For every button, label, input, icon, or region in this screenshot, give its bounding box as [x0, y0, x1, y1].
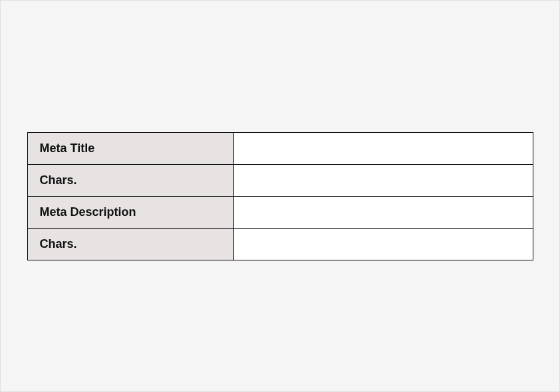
meta-description-chars-label: Chars.: [27, 228, 233, 260]
meta-description-chars-value: [233, 228, 533, 260]
table-row: Meta Description: [27, 196, 533, 228]
meta-table-container: Meta Title Chars. Meta Description Chars…: [27, 132, 533, 260]
meta-title-chars-value: [233, 164, 533, 196]
meta-description-value: [233, 196, 533, 228]
table-row: Meta Title: [27, 132, 533, 164]
table-row: Chars.: [27, 164, 533, 196]
meta-description-label: Meta Description: [27, 196, 233, 228]
table-row: Chars.: [27, 228, 533, 260]
meta-title-label: Meta Title: [27, 132, 233, 164]
meta-title-chars-label: Chars.: [27, 164, 233, 196]
meta-table: Meta Title Chars. Meta Description Chars…: [27, 132, 533, 260]
meta-title-value: [233, 132, 533, 164]
